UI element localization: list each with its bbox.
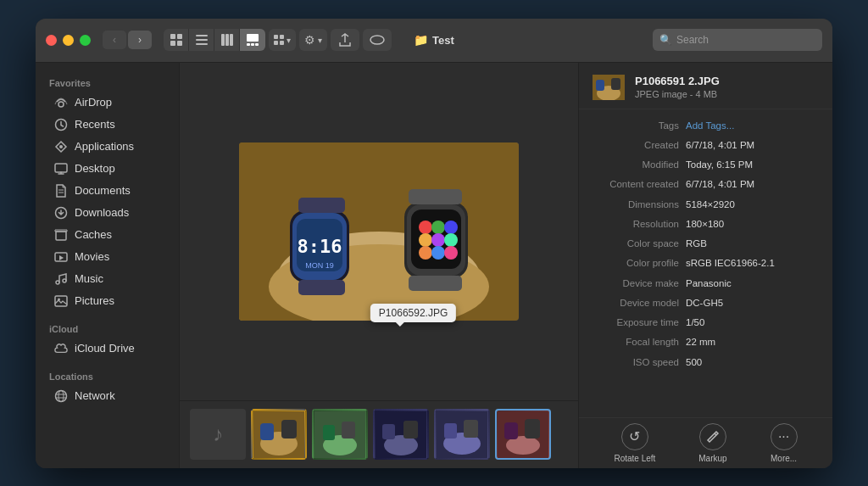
info-filename: P1066591 2.JPG	[635, 75, 720, 87]
thumbnail-1[interactable]: ♪	[190, 409, 246, 460]
desktop-icon	[54, 162, 68, 176]
sidebar-item-movies[interactable]: Movies	[41, 246, 174, 268]
forward-button[interactable]: ›	[128, 31, 152, 49]
svg-rect-57	[409, 189, 462, 204]
svg-rect-44	[298, 280, 345, 295]
sidebar-item-recents[interactable]: Recents	[41, 114, 174, 136]
sidebar-item-pictures[interactable]: Pictures	[41, 290, 174, 312]
info-row-value: 180×180	[686, 217, 819, 232]
info-row-value: 5184×2920	[686, 198, 819, 212]
thumbnail-strip: ♪	[180, 400, 578, 468]
svg-point-56	[444, 246, 458, 260]
svg-rect-13	[255, 43, 259, 46]
documents-label: Documents	[75, 184, 131, 197]
rotate-left-icon: ↺	[621, 423, 648, 450]
svg-rect-5	[196, 39, 208, 41]
column-view-button[interactable]	[214, 29, 240, 51]
info-row: Device makePanasonic	[579, 274, 832, 293]
thumbnail-4[interactable]	[373, 409, 429, 460]
icloud-drive-icon	[54, 342, 68, 355]
markup-button[interactable]: Markup	[698, 423, 726, 463]
info-row: Exposure time1/50	[579, 313, 832, 332]
movies-icon	[54, 250, 68, 264]
rotate-left-button[interactable]: ↺ Rotate Left	[614, 423, 655, 463]
finder-window: ‹ ›	[36, 19, 832, 468]
svg-point-28	[63, 279, 66, 282]
info-row-label: Color space	[593, 237, 686, 251]
sidebar-item-network[interactable]: Network	[41, 385, 174, 407]
share-button[interactable]	[331, 29, 359, 51]
airdrop-label: AirDrop	[75, 96, 112, 109]
search-placeholder: Search	[676, 34, 709, 46]
window-title-text: Test	[432, 34, 454, 47]
info-subtitle: JPEG image - 4 MB	[635, 89, 720, 99]
svg-rect-12	[251, 43, 254, 46]
thumbnail-6[interactable]	[495, 409, 551, 460]
action-button[interactable]: ⚙ ▾	[299, 29, 327, 51]
minimize-button[interactable]	[63, 35, 74, 46]
svg-rect-3	[177, 41, 182, 46]
gallery-view-button[interactable]	[240, 29, 265, 51]
more-button[interactable]: ··· More...	[771, 423, 798, 463]
main-content: Favorites AirDrop	[36, 63, 832, 468]
svg-point-49	[431, 221, 445, 234]
sidebar-item-documents[interactable]: Documents	[41, 180, 174, 202]
music-label: Music	[75, 272, 103, 285]
group-button[interactable]: ▾	[269, 29, 296, 51]
svg-rect-29	[55, 296, 67, 306]
sidebar-item-desktop[interactable]: Desktop	[41, 158, 174, 180]
search-bar[interactable]: 🔍 Search	[653, 29, 822, 51]
svg-rect-17	[280, 41, 284, 45]
info-row-value[interactable]: Add Tags...	[686, 119, 819, 133]
sidebar-item-icloud-drive[interactable]: iCloud Drive	[41, 338, 174, 360]
info-row-label: Device make	[593, 277, 686, 291]
svg-rect-6	[196, 43, 208, 45]
thumbnail-2[interactable]	[251, 409, 307, 460]
info-actions: ↺ Rotate Left Markup ··· More...	[579, 417, 832, 468]
sidebar-item-airdrop[interactable]: AirDrop	[41, 92, 174, 114]
svg-point-48	[419, 221, 432, 234]
svg-point-21	[59, 145, 63, 148]
svg-point-52	[431, 233, 445, 247]
svg-point-31	[56, 390, 67, 401]
info-row-value: RGB	[686, 237, 819, 251]
sidebar-item-caches[interactable]: Caches	[41, 224, 174, 246]
maximize-button[interactable]	[80, 35, 91, 46]
thumbnail-3[interactable]	[312, 409, 368, 460]
markup-label: Markup	[698, 454, 726, 463]
info-panel: P1066591 2.JPG JPEG image - 4 MB TagsAdd…	[578, 63, 832, 468]
icon-view-button[interactable]	[164, 29, 189, 51]
info-row-value: Today, 6:15 PM	[686, 158, 819, 172]
more-icon: ···	[771, 423, 798, 450]
downloads-icon	[54, 206, 68, 220]
sidebar-item-music[interactable]: Music	[41, 268, 174, 290]
svg-rect-81	[596, 80, 604, 91]
svg-rect-61	[260, 423, 274, 440]
svg-rect-69	[382, 424, 395, 439]
info-rows: TagsAdd Tags...Created6/7/18, 4:01 PMMod…	[579, 109, 832, 417]
thumbnail-5[interactable]	[434, 409, 490, 460]
more-label: More...	[771, 454, 797, 463]
svg-rect-1	[177, 34, 182, 39]
svg-rect-43	[298, 198, 345, 213]
info-row: Content created6/7/18, 4:01 PM	[579, 175, 832, 194]
recents-icon	[54, 118, 68, 131]
caches-label: Caches	[75, 228, 112, 241]
info-row: ISO speed500	[579, 353, 832, 372]
downloads-label: Downloads	[75, 206, 129, 219]
icloud-drive-label: iCloud Drive	[75, 342, 135, 355]
airdrop-icon	[54, 96, 68, 109]
back-button[interactable]: ‹	[103, 31, 126, 49]
sidebar-item-downloads[interactable]: Downloads	[41, 202, 174, 224]
info-header: P1066591 2.JPG JPEG image - 4 MB	[579, 63, 832, 109]
close-button[interactable]	[46, 35, 57, 46]
sidebar-item-applications[interactable]: Applications	[41, 136, 174, 158]
svg-rect-77	[504, 422, 518, 439]
list-view-button[interactable]	[189, 29, 214, 51]
svg-rect-9	[230, 34, 233, 46]
tag-button[interactable]	[363, 29, 392, 51]
filename-tooltip: P1066592.JPG	[370, 304, 456, 322]
info-title-block: P1066591 2.JPG JPEG image - 4 MB	[635, 75, 720, 99]
info-row: Resolution180×180	[579, 215, 832, 234]
info-row-value: DC-GH5	[686, 296, 819, 310]
